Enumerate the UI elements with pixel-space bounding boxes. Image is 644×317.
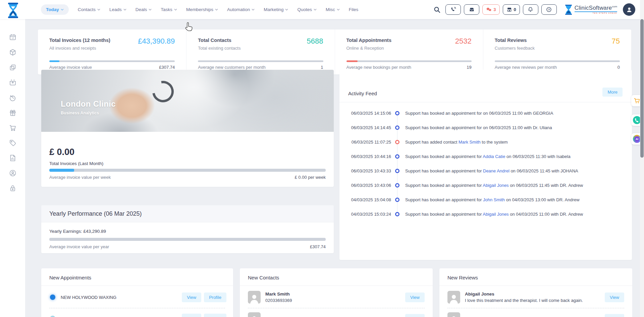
activity-more-button[interactable]: More <box>602 88 623 97</box>
last-month-total: £ 0.00 <box>49 147 74 157</box>
nav-item-automation[interactable]: Automation <box>227 7 255 12</box>
stat-subtitle: Total existing contacts <box>198 46 323 51</box>
help-button[interactable]: ? <box>541 4 557 15</box>
activity-time: 06/03/2025 14:14:45 <box>343 125 391 130</box>
user-avatar[interactable] <box>623 3 635 16</box>
nav-item-contacts[interactable]: Contacts <box>78 7 100 12</box>
chevron-down-icon <box>252 8 255 11</box>
new-reviews-card: New Reviews Abigail Jones I love this tr… <box>439 268 632 317</box>
view-button[interactable]: View <box>605 293 624 302</box>
view-button[interactable]: View <box>405 293 425 302</box>
main-nav: Today Contacts Leads Deals Tasks Members… <box>41 4 358 15</box>
nav-item-deals[interactable]: Deals <box>136 7 152 12</box>
contact-link[interactable]: John Smith <box>483 197 505 202</box>
lock-icon[interactable] <box>9 184 16 192</box>
stat-progress-bar <box>346 60 472 62</box>
nav-item-leads[interactable]: Leads <box>109 7 126 12</box>
yearly-footer-value: £307.74 <box>310 244 326 249</box>
notifications-button[interactable] <box>523 4 538 15</box>
stat-title: Total Reviews <box>495 38 620 43</box>
stat-footer: Average new reviews per month 0 <box>495 65 620 70</box>
contact-link[interactable]: Abigail Jones <box>483 183 508 188</box>
view-button[interactable]: View <box>405 314 425 317</box>
package-icon[interactable] <box>9 49 16 56</box>
store-count-badge: 0 <box>514 7 516 12</box>
inbox-button[interactable] <box>464 4 479 15</box>
chat-count-badge: 3 <box>493 7 496 12</box>
clinicsoftware-hourglass-logo-icon[interactable] <box>6 3 20 18</box>
review-row: Abigail Jones I love this treatment and … <box>439 288 632 306</box>
nav-item-tasks[interactable]: Tasks <box>161 7 177 12</box>
timeline-dot <box>395 111 399 115</box>
timeline-dot <box>395 125 399 130</box>
nav-item-files[interactable]: Files <box>349 7 359 12</box>
stat-value: £43,390.89 <box>138 37 175 46</box>
contact-link[interactable]: Mark Smith <box>459 140 481 145</box>
profile-button[interactable]: Profile <box>204 314 226 317</box>
nav-label: Contacts <box>78 7 96 12</box>
chat-icon <box>486 7 492 12</box>
chevron-down-icon <box>123 8 126 11</box>
clinic-footer-value: £ 0.00 per week <box>294 175 326 180</box>
left-sidebar: 12 <box>0 19 25 317</box>
nav-item-today[interactable]: Today <box>41 4 69 15</box>
search-icon[interactable] <box>434 6 440 13</box>
view-button[interactable]: View <box>182 314 201 317</box>
activity-text: Support has added contact Mark Smith to … <box>405 140 629 145</box>
inbox-icon <box>469 7 475 12</box>
calendar-download-icon[interactable] <box>9 79 16 86</box>
stat-subtitle: Online & Reception <box>346 46 472 51</box>
yearly-performance-title: Yearly Performance (06 Mar 2025) <box>41 205 334 222</box>
contact-link[interactable]: Addia Catie <box>483 154 505 159</box>
nav-label: Deals <box>136 7 147 12</box>
brand-tld: com <box>612 5 617 8</box>
calendar-12-icon[interactable]: 12 <box>9 34 16 41</box>
activity-feed-card: Activity Feed More 06/03/2025 14:15:06 S… <box>339 70 632 260</box>
timeline-dot <box>395 212 399 216</box>
history-icon[interactable] <box>9 94 16 101</box>
stat-footer-value: 19 <box>467 65 471 70</box>
activity-item: 06/03/2025 10:43:33 Support has booked a… <box>339 168 632 175</box>
activity-time: 06/03/2025 10:44:16 <box>343 154 391 159</box>
activity-text: Support has booked an appointment for Jo… <box>405 197 629 202</box>
scrollbar-thumb[interactable] <box>640 19 644 158</box>
account-icon[interactable] <box>9 169 16 177</box>
stat-progress-bar <box>495 60 620 62</box>
report-icon[interactable] <box>9 154 16 162</box>
tag-icon[interactable] <box>9 139 16 147</box>
activity-item: 06/03/2025 10:43:06 Support has booked a… <box>339 183 632 190</box>
bell-icon <box>528 7 533 12</box>
contact-link[interactable]: Deane Andrel <box>483 168 509 173</box>
reviewer-name: Abigail Jones <box>465 292 602 297</box>
contact-row: Unknown Caller View <box>240 310 433 317</box>
page-scrollbar <box>640 0 644 317</box>
nav-item-misc[interactable]: Misc <box>326 7 340 12</box>
store-button[interactable]: 0 <box>503 4 520 15</box>
nav-item-marketing[interactable]: Marketing <box>264 7 288 12</box>
activity-time: 06/03/2025 10:43:06 <box>343 183 391 188</box>
contact-link[interactable]: Abigail Jones <box>483 212 508 217</box>
cart-icon[interactable] <box>9 124 16 131</box>
nav-label: Memberships <box>186 7 213 12</box>
gift-icon[interactable] <box>9 109 16 116</box>
chevron-down-icon <box>314 8 317 11</box>
activity-time: 04/03/2025 15:04:08 <box>343 197 391 202</box>
copy-icon[interactable] <box>9 64 16 71</box>
view-button[interactable]: View <box>605 314 624 317</box>
stat-footer-label: Average new bookings per month <box>346 65 411 70</box>
new-reviews-title: New Reviews <box>447 275 478 280</box>
new-contacts-title: New Contacts <box>248 275 279 280</box>
nav-label: Files <box>349 7 359 12</box>
stat-footer-value: 1 <box>321 65 323 70</box>
profile-button[interactable]: Profile <box>204 293 226 302</box>
stat-footer-value: 0 <box>618 65 620 70</box>
nav-item-quotes[interactable]: Quotes <box>297 7 317 12</box>
clinic-hero-photo: London Clinic Business Analytics <box>41 70 334 132</box>
activity-item: 04/03/2025 15:04:08 Support has booked a… <box>339 197 632 204</box>
phone-button[interactable] <box>445 4 461 15</box>
dashed-divider <box>49 308 225 308</box>
avatar <box>248 291 261 304</box>
nav-item-memberships[interactable]: Memberships <box>186 7 218 12</box>
view-button[interactable]: View <box>182 293 201 302</box>
chat-button[interactable]: 3 <box>482 4 499 15</box>
